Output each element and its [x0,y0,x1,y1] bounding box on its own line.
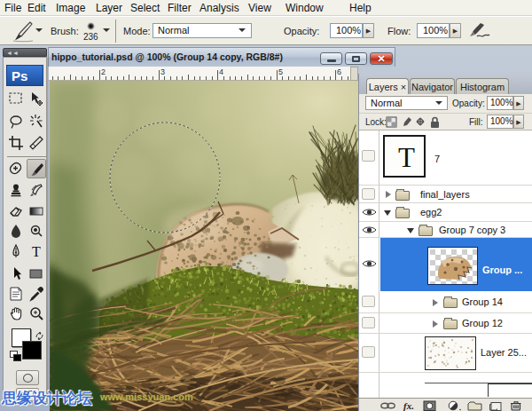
svg-text:fx.: fx. [403,400,414,411]
svg-text:T: T [32,244,41,259]
